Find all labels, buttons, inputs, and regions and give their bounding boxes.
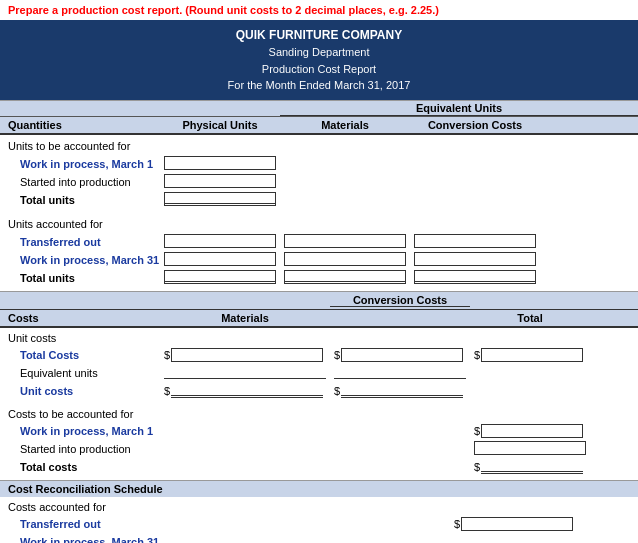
dollar-sign-2: $ bbox=[334, 349, 340, 361]
dollar-sign-6: $ bbox=[474, 425, 480, 437]
equiv-units-conv-cell[interactable] bbox=[330, 364, 470, 382]
materials-col: Materials bbox=[280, 119, 410, 131]
instruction-row: Prepare a production cost report. (Round… bbox=[0, 0, 638, 20]
equiv-units-mat-cell[interactable] bbox=[160, 364, 330, 382]
dollar-sign-4: $ bbox=[164, 385, 170, 397]
costs-conv-col bbox=[330, 312, 470, 324]
dollar-sign-5: $ bbox=[334, 385, 340, 397]
costs-started-total-cell[interactable] bbox=[470, 440, 590, 458]
instruction-prefix: Prepare a production cost report. bbox=[8, 4, 185, 16]
transferred-mat-cell[interactable] bbox=[280, 233, 410, 251]
physical-units-col: Physical Units bbox=[160, 119, 280, 131]
wip-march31-physical-cell[interactable] bbox=[160, 251, 280, 269]
dollar-sign-8: $ bbox=[454, 518, 460, 530]
quantities-col-header: Quantities bbox=[0, 119, 160, 131]
total-units-label: Total units bbox=[0, 194, 160, 206]
total-costs-conv-cell[interactable]: $ bbox=[330, 347, 470, 363]
conversion-col: Conversion Costs bbox=[410, 119, 540, 131]
accounted-for-label: Units accounted for bbox=[0, 218, 160, 230]
equiv-units-row-label: Equivalent units bbox=[0, 367, 160, 379]
total-units2-mat-cell[interactable] bbox=[280, 269, 410, 287]
costs-total-col: Total bbox=[470, 312, 590, 324]
unit-costs-label: Unit costs bbox=[0, 332, 160, 344]
equiv-units-header: Equivalent Units bbox=[280, 101, 638, 116]
recon-transferred-label: Transferred out bbox=[0, 518, 200, 530]
reconciliation-header: Cost Reconciliation Schedule bbox=[8, 483, 163, 495]
recon-wip-march31-label: Work in process, March 31 bbox=[0, 536, 200, 544]
unit-costs-conv-cell[interactable]: $ bbox=[330, 383, 470, 399]
unit-costs-row-label: Unit costs bbox=[0, 385, 160, 397]
instruction-highlight: (Round unit costs to 2 decimal places, e… bbox=[185, 4, 439, 16]
costs-started-label: Started into production bbox=[0, 443, 160, 455]
report-period: For the Month Ended March 31, 2017 bbox=[4, 77, 634, 94]
costs-mat-col: Materials bbox=[160, 312, 330, 324]
wip-march31-mat-cell[interactable] bbox=[280, 251, 410, 269]
dollar-sign-7: $ bbox=[474, 461, 480, 473]
to-account-for-label: Units to be accounted for bbox=[0, 140, 160, 152]
costs-to-account-label: Costs to be accounted for bbox=[0, 408, 160, 420]
costs-col-header: Costs bbox=[0, 312, 160, 324]
total-costs-mat-cell[interactable]: $ bbox=[160, 347, 330, 363]
total-costs-total-cell[interactable]: $ bbox=[470, 347, 590, 363]
report-title: Production Cost Report bbox=[4, 61, 634, 78]
started-physical-cell[interactable] bbox=[160, 173, 280, 191]
dollar-sign-3: $ bbox=[474, 349, 480, 361]
costs-accounted-label: Costs accounted for bbox=[0, 501, 200, 513]
costs-total-costs-total-cell[interactable]: $ bbox=[470, 459, 590, 475]
dollar-sign-1: $ bbox=[164, 349, 170, 361]
total-units2-label: Total units bbox=[0, 272, 160, 284]
started-label: Started into production bbox=[0, 176, 160, 188]
conversion-costs-header: Conversion Costs bbox=[330, 294, 470, 307]
total-units2-conv-cell[interactable] bbox=[410, 269, 540, 287]
costs-wip-march1-label: Work in process, March 1 bbox=[0, 425, 160, 437]
total-units-physical-cell[interactable] bbox=[160, 191, 280, 209]
wip-march1-label: Work in process, March 1 bbox=[0, 158, 160, 170]
transferred-physical-cell[interactable] bbox=[160, 233, 280, 251]
report-header: QUIK FURNITURE COMPANY Sanding Departmen… bbox=[0, 20, 638, 100]
department-name: Sanding Department bbox=[4, 44, 634, 61]
costs-wip-march1-total-cell[interactable]: $ bbox=[470, 423, 590, 439]
costs-total-costs-label: Total costs bbox=[0, 461, 160, 473]
wip-march1-physical-cell[interactable] bbox=[160, 155, 280, 173]
wip-march31-conv-cell[interactable] bbox=[410, 251, 540, 269]
total-units2-physical-cell[interactable] bbox=[160, 269, 280, 287]
transferred-conv-cell[interactable] bbox=[410, 233, 540, 251]
transferred-label: Transferred out bbox=[0, 236, 160, 248]
recon-transferred-total-cell[interactable]: $ bbox=[450, 516, 580, 532]
unit-costs-total-cell bbox=[470, 390, 590, 392]
company-name: QUIK FURNITURE COMPANY bbox=[4, 26, 634, 44]
total-costs-label: Total Costs bbox=[0, 349, 160, 361]
unit-costs-mat-cell[interactable]: $ bbox=[160, 383, 330, 399]
wip-march31-label: Work in process, March 31 bbox=[0, 254, 160, 266]
